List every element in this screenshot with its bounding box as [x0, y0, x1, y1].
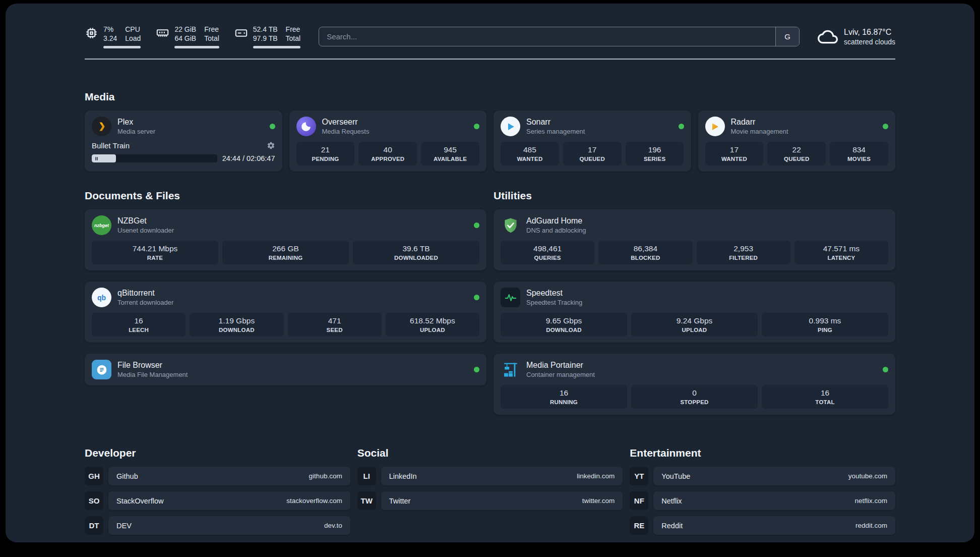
bookmark-netflix: NF Netflix netflix.com — [630, 491, 895, 510]
stat-value: 39.6 TB — [355, 244, 477, 253]
stat-value: 22 — [769, 145, 824, 154]
qbittorrent-icon: qb — [92, 288, 111, 307]
stat-tile: 266 GB REMAINING — [222, 241, 349, 264]
stat-tile: 1.19 Gbps DOWNLOAD — [190, 313, 283, 337]
cpu-icon — [85, 26, 98, 40]
app-subtitle: Movie management — [731, 128, 788, 135]
stat-value: 9.24 Gbps — [633, 316, 756, 325]
stat-tile: 0.993 ms PING — [762, 313, 888, 337]
stat-value: 17 — [565, 145, 620, 154]
stat-value: 498,461 — [503, 244, 592, 253]
weather-condition: scattered clouds — [844, 38, 895, 46]
cpu-label-1: CPU — [125, 25, 141, 34]
cpu-progress-bar — [103, 46, 141, 48]
bookmark-stackoverflow: SO StackOverflow stackoverflow.com — [85, 491, 350, 510]
app-name: Overseerr — [322, 118, 370, 127]
bookmark-url: linkedin.com — [577, 472, 615, 480]
cpu-label-2: Load — [125, 34, 141, 43]
cpu-load: 3.24 — [103, 34, 117, 43]
app-name: File Browser — [117, 361, 188, 370]
cloud-icon — [818, 27, 838, 47]
stat-value: 945 — [423, 145, 477, 154]
app-card-sonarr[interactable]: Sonarr Series management 485 WANTED 17 Q… — [494, 110, 691, 172]
stat-tile: 2,953 FILTERED — [697, 241, 790, 264]
memory-total: 64 GiB — [174, 34, 196, 43]
stat-tile: 618.52 Mbps UPLOAD — [386, 313, 479, 337]
qbittorrent-icon-text: qb — [97, 294, 106, 302]
app-subtitle: Usenet downloader — [117, 227, 174, 234]
app-card-adguard[interactable]: AdGuard Home DNS and adblocking 498,461 … — [494, 209, 895, 270]
bookmark-link[interactable]: Netflix netflix.com — [653, 491, 895, 510]
bookmark-reddit: RE Reddit reddit.com — [630, 516, 895, 535]
app-card-nzbget[interactable]: nzbget NZBGet Usenet downloader 744.21 M… — [85, 209, 486, 270]
storage-label-1: Free — [286, 25, 301, 34]
bookmark-name: Github — [116, 472, 138, 480]
bookmark-name: Twitter — [389, 497, 411, 505]
app-subtitle: Container management — [526, 371, 595, 378]
status-dot-online — [474, 295, 479, 300]
weather-widget: Lviv, 16.87°C scattered clouds — [818, 27, 895, 47]
storage-label-2: Total — [286, 34, 301, 43]
app-card-portainer[interactable]: Media Portainer Container management 16 … — [494, 354, 895, 415]
app-subtitle: Media server — [117, 128, 155, 135]
section-title-documents: Documents & Files — [85, 190, 486, 202]
stat-label: PENDING — [298, 156, 353, 162]
stat-tile: 9.65 Gbps DOWNLOAD — [501, 313, 627, 337]
stat-value: 266 GB — [224, 244, 347, 253]
bookmark-link[interactable]: YouTube youtube.com — [653, 467, 895, 485]
status-dot-online — [474, 124, 479, 129]
bookmark-link[interactable]: DEV dev.to — [108, 516, 350, 535]
bookmark-link[interactable]: Github github.com — [108, 467, 350, 485]
bookmark-name: YouTube — [661, 472, 690, 480]
stat-label: MOVIES — [832, 156, 886, 162]
stat-tile: 471 SEED — [288, 313, 382, 337]
section-title-entertainment: Entertainment — [630, 447, 895, 459]
app-name: AdGuard Home — [526, 216, 586, 226]
storage-total: 97.9 TB — [253, 34, 278, 43]
stat-value: 0.993 ms — [764, 316, 886, 325]
stat-label: WANTED — [503, 156, 557, 162]
bookmark-link[interactable]: StackOverflow stackoverflow.com — [108, 491, 350, 510]
stat-label: SERIES — [628, 156, 682, 162]
filebrowser-icon — [92, 360, 111, 379]
app-subtitle: Torrent downloader — [117, 299, 173, 306]
stat-label: REMAINING — [224, 255, 347, 261]
app-card-speedtest[interactable]: Speedtest Speedtest Tracking 9.65 Gbps D… — [494, 282, 895, 343]
app-card-radarr[interactable]: Radarr Movie management 17 WANTED 22 QUE… — [698, 110, 896, 172]
bookmark-url: stackoverflow.com — [286, 497, 342, 505]
cpu-percent: 7% — [103, 25, 117, 34]
search-engine-button[interactable]: G — [775, 27, 799, 46]
search-input[interactable] — [319, 27, 775, 46]
bookmark-abbr: NF — [630, 491, 648, 510]
app-card-overseerr[interactable]: Overseerr Media Requests 21 PENDING 40 A… — [289, 110, 487, 172]
stat-label: APPROVED — [360, 156, 415, 162]
stat-label: UPLOAD — [633, 327, 756, 333]
app-card-qbittorrent[interactable]: qb qBittorrent Torrent downloader 16 — [85, 282, 486, 343]
app-name: qBittorrent — [117, 289, 173, 298]
bookmark-url: reddit.com — [855, 522, 887, 529]
app-card-filebrowser[interactable]: File Browser Media File Management — [85, 354, 486, 385]
status-dot-online — [679, 124, 684, 129]
section-title-media: Media — [85, 91, 895, 103]
bookmark-link[interactable]: Reddit reddit.com — [653, 516, 895, 535]
memory-progress-bar — [174, 46, 219, 48]
storage-progress-bar — [253, 46, 300, 48]
bookmark-abbr: TW — [357, 491, 376, 510]
bookmark-abbr: LI — [357, 467, 376, 485]
memory-label-2: Total — [204, 34, 219, 43]
gear-icon[interactable] — [267, 141, 275, 150]
bookmark-link[interactable]: LinkedIn linkedin.com — [381, 467, 623, 485]
storage-icon — [234, 26, 248, 40]
stat-label: QUERIES — [503, 255, 592, 261]
pause-icon[interactable] — [94, 156, 99, 161]
bookmark-link[interactable]: Twitter twitter.com — [381, 491, 623, 510]
bookmark-abbr: RE — [630, 516, 648, 535]
plex-icon — [92, 117, 111, 136]
app-card-plex[interactable]: Plex Media server Bullet Train — [85, 110, 282, 172]
bookmark-dev: DT DEV dev.to — [85, 516, 350, 535]
stat-tile: 40 APPROVED — [358, 142, 417, 165]
stat-tile: 744.21 Mbps RATE — [92, 241, 218, 264]
stat-label: AVAILABLE — [423, 156, 477, 162]
status-dot-online — [270, 124, 275, 129]
memory-label-1: Free — [204, 25, 219, 34]
